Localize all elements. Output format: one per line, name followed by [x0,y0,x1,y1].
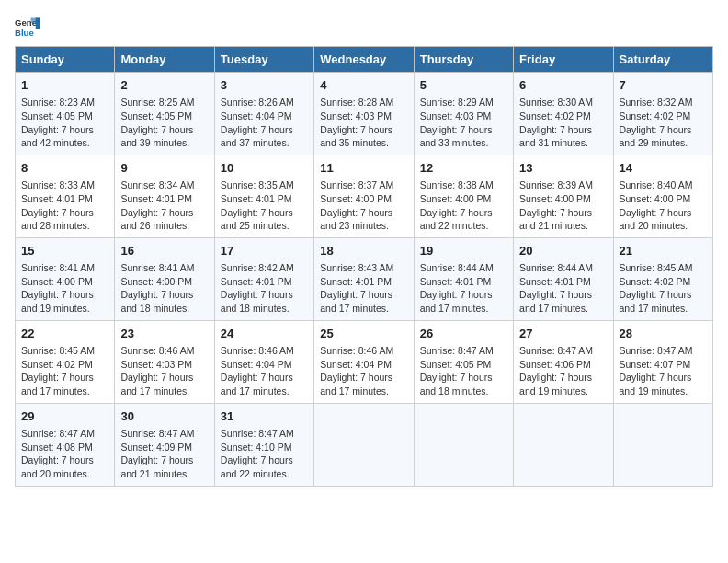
day-info: Sunrise: 8:47 AMSunset: 4:07 PMDaylight:… [620,344,707,398]
day-cell-19: 19Sunrise: 8:44 AMSunset: 4:01 PMDayligh… [414,237,513,320]
day-number: 10 [221,160,308,177]
day-cell-23: 23Sunrise: 8:46 AMSunset: 4:03 PMDayligh… [115,320,214,403]
day-cell-27: 27Sunrise: 8:47 AMSunset: 4:06 PMDayligh… [514,320,613,403]
calendar-header-row: SundayMondayTuesdayWednesdayThursdayFrid… [16,47,713,73]
day-cell-15: 15Sunrise: 8:41 AMSunset: 4:00 PMDayligh… [16,237,115,320]
header-tuesday: Tuesday [214,47,313,73]
day-number: 8 [21,160,108,177]
header-wednesday: Wednesday [314,47,414,73]
svg-marker-3 [31,18,41,23]
header-monday: Monday [115,47,214,73]
day-cell-10: 10Sunrise: 8:35 AMSunset: 4:01 PMDayligh… [214,155,313,237]
empty-cell [314,403,414,486]
day-number: 17 [221,243,308,259]
day-cell-20: 20Sunrise: 8:44 AMSunset: 4:01 PMDayligh… [514,237,613,320]
day-number: 26 [420,326,507,342]
day-info: Sunrise: 8:41 AMSunset: 4:00 PMDaylight:… [120,261,208,316]
header-saturday: Saturday [613,47,712,73]
day-cell-13: 13Sunrise: 8:39 AMSunset: 4:00 PMDayligh… [514,155,613,237]
day-info: Sunrise: 8:46 AMSunset: 4:04 PMDaylight:… [221,344,308,398]
day-number: 29 [21,408,108,425]
day-cell-3: 3Sunrise: 8:26 AMSunset: 4:04 PMDaylight… [214,73,313,155]
calendar-week-1: 1Sunrise: 8:23 AMSunset: 4:05 PMDaylight… [16,73,713,155]
day-cell-4: 4Sunrise: 8:28 AMSunset: 4:03 PMDaylight… [314,73,414,155]
day-info: Sunrise: 8:29 AMSunset: 4:03 PMDaylight:… [420,96,507,150]
day-cell-24: 24Sunrise: 8:46 AMSunset: 4:04 PMDayligh… [214,320,313,403]
day-number: 1 [21,77,108,94]
day-number: 19 [420,243,507,259]
day-info: Sunrise: 8:47 AMSunset: 4:06 PMDaylight:… [519,344,607,398]
logo: General Blue [15,15,44,40]
day-number: 18 [320,243,407,259]
day-number: 13 [519,160,607,177]
day-info: Sunrise: 8:46 AMSunset: 4:04 PMDaylight:… [320,344,407,398]
header-friday: Friday [514,47,613,73]
day-number: 3 [221,77,308,94]
day-cell-22: 22Sunrise: 8:45 AMSunset: 4:02 PMDayligh… [16,320,115,403]
day-cell-26: 26Sunrise: 8:47 AMSunset: 4:05 PMDayligh… [414,320,513,403]
day-cell-21: 21Sunrise: 8:45 AMSunset: 4:02 PMDayligh… [613,237,712,320]
day-info: Sunrise: 8:32 AMSunset: 4:02 PMDaylight:… [620,96,707,150]
day-number: 4 [320,77,407,94]
calendar-table: SundayMondayTuesdayWednesdayThursdayFrid… [15,46,713,487]
day-cell-18: 18Sunrise: 8:43 AMSunset: 4:01 PMDayligh… [314,237,414,320]
day-info: Sunrise: 8:46 AMSunset: 4:03 PMDaylight:… [120,344,208,398]
header-sunday: Sunday [16,47,115,73]
day-info: Sunrise: 8:41 AMSunset: 4:00 PMDaylight:… [21,261,108,316]
day-info: Sunrise: 8:47 AMSunset: 4:10 PMDaylight:… [221,427,308,481]
day-info: Sunrise: 8:44 AMSunset: 4:01 PMDaylight:… [519,261,607,316]
day-cell-14: 14Sunrise: 8:40 AMSunset: 4:00 PMDayligh… [613,155,712,237]
day-number: 9 [120,160,208,177]
day-info: Sunrise: 8:33 AMSunset: 4:01 PMDaylight:… [21,178,108,233]
day-cell-28: 28Sunrise: 8:47 AMSunset: 4:07 PMDayligh… [613,320,712,403]
day-info: Sunrise: 8:45 AMSunset: 4:02 PMDaylight:… [21,344,108,398]
day-info: Sunrise: 8:28 AMSunset: 4:03 PMDaylight:… [320,96,407,150]
calendar-week-3: 15Sunrise: 8:41 AMSunset: 4:00 PMDayligh… [16,237,713,320]
empty-cell [414,403,513,486]
day-info: Sunrise: 8:45 AMSunset: 4:02 PMDaylight:… [620,261,707,316]
day-cell-1: 1Sunrise: 8:23 AMSunset: 4:05 PMDaylight… [16,73,115,155]
day-number: 21 [620,243,707,259]
day-info: Sunrise: 8:44 AMSunset: 4:01 PMDaylight:… [420,261,507,316]
day-number: 31 [221,408,308,425]
day-info: Sunrise: 8:47 AMSunset: 4:09 PMDaylight:… [120,427,208,481]
day-cell-2: 2Sunrise: 8:25 AMSunset: 4:05 PMDaylight… [115,73,214,155]
day-cell-6: 6Sunrise: 8:30 AMSunset: 4:02 PMDaylight… [514,73,613,155]
day-info: Sunrise: 8:34 AMSunset: 4:01 PMDaylight:… [120,178,208,233]
day-info: Sunrise: 8:37 AMSunset: 4:00 PMDaylight:… [320,178,407,233]
day-info: Sunrise: 8:47 AMSunset: 4:08 PMDaylight:… [21,427,108,481]
day-cell-12: 12Sunrise: 8:38 AMSunset: 4:00 PMDayligh… [414,155,513,237]
day-number: 12 [420,160,507,177]
day-number: 5 [420,77,507,94]
header-thursday: Thursday [414,47,513,73]
day-info: Sunrise: 8:40 AMSunset: 4:00 PMDaylight:… [620,178,707,233]
empty-cell [514,403,613,486]
day-number: 7 [620,77,707,94]
day-cell-8: 8Sunrise: 8:33 AMSunset: 4:01 PMDaylight… [16,155,115,237]
day-info: Sunrise: 8:39 AMSunset: 4:00 PMDaylight:… [519,178,607,233]
day-info: Sunrise: 8:30 AMSunset: 4:02 PMDaylight:… [519,96,607,150]
day-info: Sunrise: 8:25 AMSunset: 4:05 PMDaylight:… [120,96,208,150]
day-info: Sunrise: 8:23 AMSunset: 4:05 PMDaylight:… [21,96,108,150]
day-number: 24 [221,326,308,342]
day-info: Sunrise: 8:47 AMSunset: 4:05 PMDaylight:… [420,344,507,398]
day-cell-9: 9Sunrise: 8:34 AMSunset: 4:01 PMDaylight… [115,155,214,237]
day-cell-7: 7Sunrise: 8:32 AMSunset: 4:02 PMDaylight… [613,73,712,155]
logo-icon: General Blue [15,15,40,40]
day-info: Sunrise: 8:26 AMSunset: 4:04 PMDaylight:… [221,96,308,150]
day-number: 6 [519,77,607,94]
day-number: 30 [120,408,208,425]
day-number: 28 [620,326,707,342]
day-info: Sunrise: 8:42 AMSunset: 4:01 PMDaylight:… [221,261,308,316]
day-cell-11: 11Sunrise: 8:37 AMSunset: 4:00 PMDayligh… [314,155,414,237]
calendar-week-2: 8Sunrise: 8:33 AMSunset: 4:01 PMDaylight… [16,155,713,237]
day-cell-31: 31Sunrise: 8:47 AMSunset: 4:10 PMDayligh… [214,403,313,486]
day-info: Sunrise: 8:38 AMSunset: 4:00 PMDaylight:… [420,178,507,233]
day-number: 22 [21,326,108,342]
day-cell-5: 5Sunrise: 8:29 AMSunset: 4:03 PMDaylight… [414,73,513,155]
day-cell-25: 25Sunrise: 8:46 AMSunset: 4:04 PMDayligh… [314,320,414,403]
day-number: 25 [320,326,407,342]
day-cell-16: 16Sunrise: 8:41 AMSunset: 4:00 PMDayligh… [115,237,214,320]
day-number: 11 [320,160,407,177]
day-cell-17: 17Sunrise: 8:42 AMSunset: 4:01 PMDayligh… [214,237,313,320]
